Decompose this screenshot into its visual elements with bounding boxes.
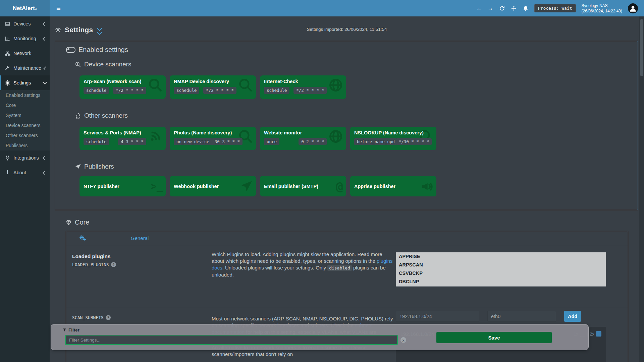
- section-title: Core: [75, 219, 89, 226]
- chevron-left-icon: [43, 156, 47, 160]
- interface-input[interactable]: [487, 311, 556, 322]
- tab-general[interactable]: General: [131, 235, 149, 241]
- add-subnet-button[interactable]: Add: [564, 311, 581, 322]
- forward-icon[interactable]: →: [488, 5, 493, 11]
- trigger-badge: schedule: [264, 87, 289, 94]
- sidebar-item-monitoring[interactable]: Monitoring: [0, 31, 50, 46]
- submenu-item-other-scanners[interactable]: Other scanners: [0, 130, 50, 140]
- setting-key: SCAN_SUBNETS: [72, 315, 104, 320]
- app-logo[interactable]: NetAlertx: [0, 0, 50, 16]
- megaphone-icon: [421, 180, 433, 193]
- card-pholus[interactable]: Pholus (Name discovery) on_new_device30 …: [170, 127, 256, 150]
- submenu-item-publishers[interactable]: Publishers: [0, 140, 50, 150]
- sidebar-item-label: Maintenance: [13, 65, 41, 71]
- gear-icon: [55, 26, 61, 33]
- process-status-badge[interactable]: Process: Wait: [534, 4, 576, 12]
- card-arp-scan[interactable]: Arp-Scan (Network scan) schedule*/2 * * …: [79, 75, 166, 99]
- top-bar-body: ≡ ← → Process: Wait Synology-NAS (26/06/…: [50, 0, 644, 16]
- card-apprise[interactable]: Apprise publisher: [350, 176, 436, 196]
- network-icon: [5, 51, 10, 56]
- card-email-smtp[interactable]: @ Email publisher (SMTP): [260, 176, 346, 196]
- setting-key: LOADED_PLUGINS: [72, 262, 109, 267]
- search-plus-icon: [75, 61, 81, 68]
- sidebar-item-network[interactable]: Network: [0, 46, 50, 61]
- plug-icon: [5, 155, 10, 161]
- top-bar: NetAlertx ≡ ← → Process: Wait Synology-N…: [0, 0, 644, 16]
- plugin-option[interactable]: DBCLNP: [396, 278, 606, 286]
- refresh-icon[interactable]: [499, 5, 505, 11]
- card-title: Website monitor: [264, 130, 342, 135]
- group-publishers: Publishers: [75, 163, 114, 170]
- sidebar-item-integrations[interactable]: Integrations: [0, 150, 50, 165]
- card-nmap-discovery[interactable]: NMAP Device discovery schedule*/2 * * * …: [170, 75, 256, 99]
- settings-submenu: Enabled settings Core System Device scan…: [0, 90, 50, 150]
- disabled-code: disabled: [327, 265, 352, 271]
- sidebar-item-label: Network: [13, 51, 31, 56]
- card-title: Services & Ports (NMAP): [84, 130, 162, 135]
- card-title: NSLOOKUP (Name discovery): [354, 130, 432, 135]
- chevron-left-icon: [43, 22, 47, 26]
- trigger-badge: once: [264, 138, 279, 145]
- user-avatar[interactable]: [628, 3, 638, 13]
- main-content: Settings Settings imported: 26/06/2024, …: [50, 16, 644, 362]
- gem-icon: [66, 220, 72, 226]
- sidebar-item-about[interactable]: i About: [0, 165, 50, 180]
- card-internet-check[interactable]: Internet-Check schedule*/2 * * * *: [260, 75, 346, 99]
- trigger-badge: schedule: [84, 87, 109, 94]
- card-nslookup[interactable]: NSLOOKUP (Name discovery) before_name_up…: [350, 127, 436, 150]
- help-icon[interactable]: ?: [106, 315, 111, 320]
- page-header: Settings: [55, 25, 101, 34]
- sidebar-item-maintenance[interactable]: Maintenance: [0, 61, 50, 75]
- duplicate-2x-icon[interactable]: [596, 331, 601, 337]
- clear-filter-button[interactable]: x: [400, 337, 406, 343]
- trigger-badge: schedule: [84, 138, 109, 145]
- chart-icon: [5, 36, 10, 42]
- card-title: NTFY publisher: [84, 184, 119, 189]
- trigger-badge: schedule: [174, 87, 199, 94]
- settings-imported-status: Settings imported: 26/06/2024, 11:51:54: [307, 27, 387, 32]
- funnel-icon: [62, 328, 67, 332]
- paper-plane-icon: [240, 180, 253, 193]
- cron-badge: */30 * * * *: [396, 138, 432, 145]
- chevron-left-icon: [43, 37, 47, 41]
- sidebar-item-settings[interactable]: Settings: [0, 75, 50, 90]
- loaded-plugins-listbox[interactable]: APPRISE ARPSCAN CSVBCKP DBCLNP: [396, 252, 606, 287]
- card-services-ports[interactable]: Services & Ports (NMAP) schedule4 3 * * …: [79, 127, 166, 150]
- move-icon[interactable]: [511, 5, 517, 11]
- other-scanner-cards: Services & Ports (NMAP) schedule4 3 * * …: [79, 127, 436, 150]
- plugin-option[interactable]: CSVBCKP: [396, 269, 606, 278]
- sidebar-item-devices[interactable]: Devices: [0, 16, 50, 31]
- submenu-item-device-scanners[interactable]: Device scanners: [0, 120, 50, 130]
- back-icon[interactable]: ←: [476, 5, 482, 11]
- submenu-item-system[interactable]: System: [0, 110, 50, 120]
- help-icon[interactable]: ?: [111, 262, 116, 267]
- hamburger-icon[interactable]: ≡: [56, 5, 61, 12]
- collapse-all-icon[interactable]: [98, 26, 101, 34]
- sidebar-item-label: About: [13, 170, 26, 175]
- plugin-option[interactable]: APPRISE: [396, 252, 606, 261]
- card-webhook[interactable]: Webhook publisher: [170, 176, 256, 196]
- loaded-plugins-label: Loaded plugins: [72, 253, 111, 259]
- card-title: Webhook publisher: [174, 184, 219, 189]
- laptop-icon: [5, 21, 10, 27]
- cron-badge: */2 * * * *: [203, 87, 236, 94]
- card-ntfy[interactable]: >_ NTFY publisher: [79, 176, 166, 196]
- gears-icon: [79, 235, 86, 241]
- filter-title: Filter: [62, 327, 79, 333]
- top-bar-right: ← → Process: Wait Synology-NAS (26/06/20…: [476, 3, 638, 14]
- submenu-item-enabled-settings[interactable]: Enabled settings: [0, 90, 50, 100]
- group-title: Other scanners: [84, 112, 128, 119]
- sidebar-item-label: Integrations: [13, 155, 39, 161]
- recycle-icon: [75, 113, 81, 119]
- subnet-input[interactable]: [396, 311, 479, 322]
- filter-settings-input[interactable]: [65, 335, 398, 345]
- bell-icon[interactable]: [523, 5, 529, 11]
- submenu-label: System: [6, 113, 21, 118]
- plugin-option[interactable]: ARPSCAN: [396, 261, 606, 269]
- save-button[interactable]: Save: [436, 332, 552, 343]
- enabled-settings-title: Enabled settings: [66, 46, 128, 54]
- scrollbar-track[interactable]: [639, 16, 644, 362]
- card-website-monitor[interactable]: Website monitor once0 2 * * *: [260, 127, 346, 150]
- scrollbar-thumb[interactable]: [640, 19, 643, 76]
- submenu-item-core[interactable]: Core: [0, 100, 50, 110]
